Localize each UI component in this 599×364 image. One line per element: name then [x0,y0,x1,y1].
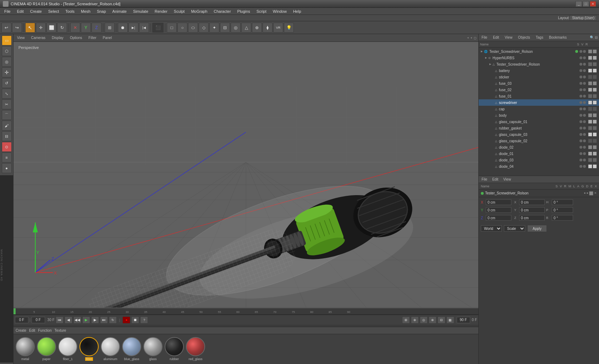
z-pos-input[interactable] [486,215,511,221]
mat-icon-square[interactable] [593,94,597,98]
tree-item[interactable]: △diode_01 [479,150,599,157]
tree-vis-dot[interactable] [579,107,582,110]
mat-icon-square[interactable] [593,158,597,162]
b-input[interactable] [552,215,573,221]
select-rect-button[interactable]: ▭ [2,35,12,45]
tree-vis-dot[interactable] [579,120,582,123]
mat-icon-square[interactable] [588,164,592,169]
material-fiber1[interactable]: fiber_1 [58,337,77,361]
material-aluminum[interactable]: aluminum [101,337,120,361]
mat-icon-square[interactable] [588,94,592,98]
mat-icon-square[interactable] [588,81,592,86]
tree-vis-dot[interactable] [579,152,582,155]
z-toggle[interactable]: Z [92,23,101,33]
close-button[interactable]: ✕ [590,1,596,7]
scale-button[interactable]: ⬜ [46,23,56,33]
menu-create[interactable]: Create [27,9,45,14]
select-poly-button[interactable]: ⬡ [2,46,12,56]
menu-edit[interactable]: Edit [14,9,27,14]
tree-vis-dot[interactable] [579,88,582,91]
apply-button[interactable]: Apply [527,225,547,232]
key5-button[interactable]: ⊟ [438,316,445,324]
tree-vis-dot[interactable] [583,88,586,91]
transform-mode-select[interactable]: Scale Move Rotate [504,225,525,232]
tree-vis-dot[interactable] [583,159,586,161]
tree-vis-dot[interactable] [583,133,586,136]
mat-icon-square[interactable] [588,56,592,60]
x-size-input[interactable] [519,199,545,205]
knife-button[interactable]: ✂ [2,99,12,109]
mat-texture-tab[interactable]: Texture [55,329,66,332]
redo-button[interactable]: ↪ [12,23,22,33]
filter-tab[interactable]: Filter [87,35,98,40]
scene-tree[interactable]: ▶🌐Tester_Screwdriver_Rolson▶⊙HyperNURBS▶… [479,48,599,176]
mat-icon-square[interactable] [588,132,592,137]
magnet-button[interactable]: ⊙ [2,142,12,152]
mat-icon-square[interactable] [593,126,597,130]
attr-edit-tab[interactable]: Edit [491,177,500,182]
mat-icon-square[interactable] [588,158,592,162]
tree-vis-dot[interactable] [583,127,586,129]
key4-button[interactable]: ⊗ [429,316,436,324]
menu-select[interactable]: Select [45,9,62,14]
mat-icon-square[interactable] [593,145,597,149]
search-icon[interactable]: 🔍 [590,35,594,39]
tree-vis-dot[interactable] [583,114,586,117]
mat-icon-square[interactable] [593,56,597,60]
mat-icon-square[interactable] [593,164,597,169]
menu-character[interactable]: Character [211,9,233,14]
menu-script[interactable]: Script [254,9,269,14]
tree-item[interactable]: △diode_04 [479,163,599,170]
tree-expand-icon[interactable]: ▶ [485,56,487,59]
paint-button[interactable]: 🖌 [2,121,12,131]
tree-item[interactable]: △glass_capsule_01 [479,118,599,125]
tree-vis-dot[interactable] [583,139,586,142]
move-button[interactable]: ✛ [36,23,46,33]
mat-icon-square[interactable] [593,100,597,105]
preview-start-input[interactable] [32,317,45,323]
tree-expand-icon[interactable]: ▶ [489,63,491,66]
tree-expand-icon[interactable]: ▶ [481,50,483,53]
rotate-button[interactable]: ↻ [57,23,67,33]
tree-item[interactable]: △cap [479,106,599,112]
current-frame-input[interactable] [15,317,28,323]
move-tool-button[interactable]: ✛ [2,67,12,77]
prev-key-button[interactable]: |◀ [139,23,149,33]
tree-item[interactable]: △battery [479,67,599,74]
play-forward-button[interactable]: ▶ [82,316,90,324]
tree-item[interactable]: △fuse_03 [479,80,599,87]
mat-icon-square[interactable] [593,139,597,143]
z-size-input[interactable] [519,215,545,221]
attr-vis-2[interactable]: ● [587,191,588,195]
tree-vis-dot[interactable] [579,69,582,72]
timeline-ruler[interactable]: 0 5 10 15 20 25 30 35 40 45 50 55 [13,308,478,315]
cylinder-button[interactable]: ⬭ [188,23,198,33]
tree-vis-dot[interactable] [583,101,586,104]
mat-icon-square[interactable] [588,49,592,54]
auto-key-button[interactable]: ▶| [128,23,138,33]
mat-icon-square[interactable] [588,107,592,111]
sphere-button[interactable]: ○ [177,23,187,33]
material-glass[interactable]: glass [143,337,163,361]
mat-icon-square[interactable] [588,139,592,143]
menu-file[interactable]: File [1,9,13,14]
lamp-button[interactable]: 💡 [284,23,294,33]
mat-icon-square[interactable] [593,107,597,111]
rec-button[interactable]: ● [122,316,130,324]
key6-button[interactable]: ▦ [446,316,454,324]
boole-button[interactable]: ⊕ [252,23,262,33]
material-blue-glass[interactable]: blue_glass [122,337,141,361]
tree-item[interactable]: △screwdriver [479,99,599,106]
tree-item[interactable]: △fuse_01 [479,93,599,99]
play-back-button[interactable]: ◀◀ [73,316,81,324]
scale-tool-button[interactable]: ⤡ [2,89,12,99]
preview-end-input[interactable] [457,317,470,323]
bridge-button[interactable]: ⌒ [2,110,12,120]
layer-button[interactable]: ≡ [2,153,12,162]
tree-item[interactable]: △glass_capsule_03 [479,131,599,138]
tree-vis-dot[interactable] [579,101,582,104]
mat-icon-square[interactable] [588,100,592,105]
attr-file-tab[interactable]: File [480,177,489,182]
help-button[interactable]: ? [140,316,148,324]
mat-icon-square[interactable] [593,49,597,54]
